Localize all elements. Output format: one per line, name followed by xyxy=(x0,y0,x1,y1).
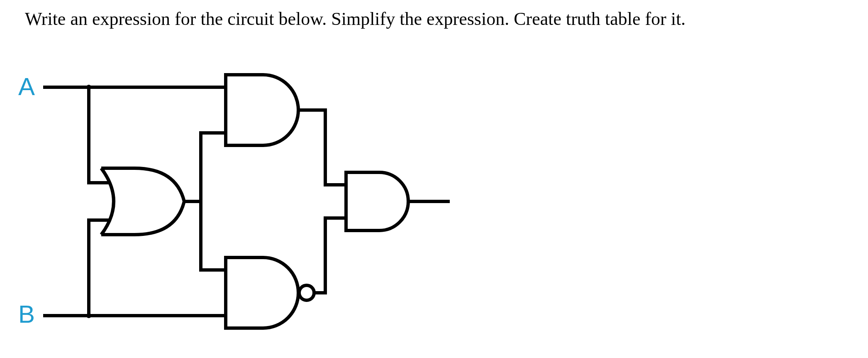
wire-nand-to-final xyxy=(314,218,346,293)
input-label-b: B xyxy=(18,300,35,329)
and-gate-final-icon xyxy=(346,172,408,230)
question-text: Write an expression for the circuit belo… xyxy=(25,8,685,29)
logic-circuit: A B xyxy=(18,62,475,345)
wire-or-to-nand xyxy=(201,201,226,270)
circuit-svg xyxy=(18,62,475,345)
nand-gate-icon xyxy=(226,257,314,328)
wire-or-to-and xyxy=(201,133,226,201)
wire-and-to-final xyxy=(298,110,346,185)
and-gate-top-icon xyxy=(226,75,298,145)
svg-point-0 xyxy=(299,285,314,300)
or-gate-icon xyxy=(101,168,184,235)
input-label-a: A xyxy=(18,72,35,101)
